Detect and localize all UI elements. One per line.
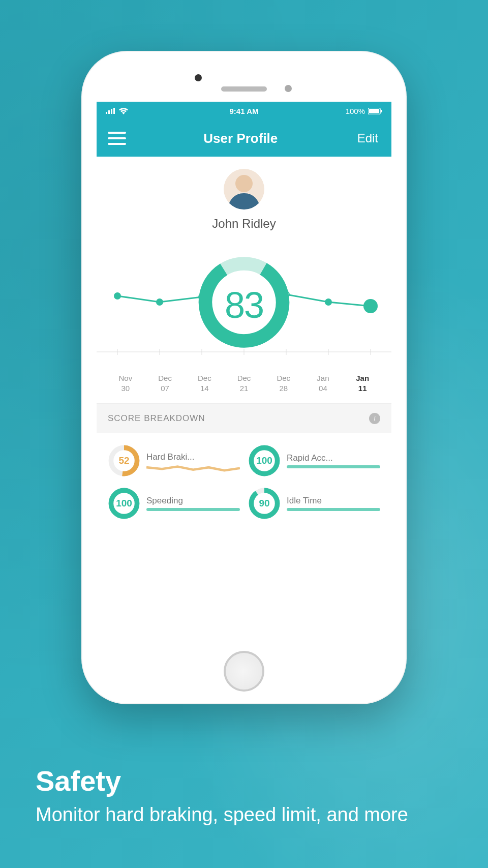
edit-button[interactable]: Edit	[355, 128, 380, 148]
score-idle-time[interactable]: 90 Idle Time	[248, 487, 380, 520]
promo-title: Safety	[36, 764, 458, 797]
date-item[interactable]: Dec14	[185, 373, 224, 393]
date-item[interactable]: Dec21	[224, 373, 264, 393]
phone-frame: 9:41 AM 100% User Profile Edit John Ridl…	[81, 51, 407, 704]
promo-subtitle: Monitor hard braking, speed limit, and m…	[36, 802, 458, 827]
ring-icon: 90	[248, 487, 281, 520]
date-axis[interactable]: Nov30 Dec07 Dec14 Dec21 Dec28 Jan04 Jan1…	[97, 373, 391, 404]
svg-point-20	[363, 299, 378, 313]
user-name: John Ridley	[97, 217, 391, 231]
score-label: Speeding	[146, 496, 240, 506]
battery-percent: 100%	[346, 107, 365, 115]
date-item-active[interactable]: Jan11	[343, 373, 382, 393]
signal-icon	[106, 108, 116, 114]
battery-icon	[368, 108, 382, 114]
sparkline	[287, 508, 380, 511]
score-grid: 52 Hard Braki... 100 Rapid Acc...	[97, 433, 391, 525]
sparkline	[146, 464, 240, 469]
home-button[interactable]	[224, 651, 264, 692]
ring-icon: 100	[248, 444, 281, 477]
date-item[interactable]: Nov30	[106, 373, 145, 393]
date-item[interactable]: Dec07	[145, 373, 185, 393]
svg-rect-3	[113, 108, 115, 114]
avatar[interactable]	[224, 169, 264, 209]
svg-point-16	[156, 298, 163, 306]
app-header: User Profile Edit	[97, 120, 391, 157]
menu-icon[interactable]	[108, 132, 126, 145]
svg-point-19	[325, 298, 332, 306]
sparkline	[146, 508, 240, 511]
score-label: Rapid Acc...	[287, 453, 380, 463]
ring-icon: 100	[108, 487, 140, 520]
ring-icon: 52	[108, 444, 140, 477]
page-title: User Profile	[126, 131, 355, 146]
score-rapid-accel[interactable]: 100 Rapid Acc...	[248, 444, 380, 477]
svg-rect-0	[106, 112, 107, 114]
content-area: John Ridley 83	[97, 157, 391, 646]
status-bar: 9:41 AM 100%	[97, 102, 391, 120]
svg-rect-1	[108, 110, 110, 114]
score-label: Idle Time	[287, 496, 380, 506]
svg-rect-6	[381, 110, 382, 112]
date-item[interactable]: Dec28	[264, 373, 303, 393]
app-screen: 9:41 AM 100% User Profile Edit John Ridl…	[97, 102, 391, 646]
wifi-icon	[119, 108, 128, 114]
score-hard-braking[interactable]: 52 Hard Braki...	[108, 444, 240, 477]
score-speeding[interactable]: 100 Speeding	[108, 487, 240, 520]
date-item[interactable]: Jan04	[303, 373, 343, 393]
info-icon[interactable]: i	[369, 413, 380, 424]
svg-rect-5	[369, 109, 379, 113]
breakdown-title: SCORE BREAKDOWN	[108, 413, 369, 424]
svg-rect-2	[111, 109, 112, 114]
promo-text: Safety Monitor hard braking, speed limit…	[36, 764, 458, 827]
score-label: Hard Braki...	[146, 452, 240, 462]
sparkline	[287, 465, 380, 468]
score-chart[interactable]: 83	[97, 241, 391, 373]
breakdown-header: SCORE BREAKDOWN i	[97, 404, 391, 433]
status-time: 9:41 AM	[230, 107, 259, 115]
svg-point-15	[114, 292, 121, 300]
score-value: 83	[225, 284, 263, 326]
